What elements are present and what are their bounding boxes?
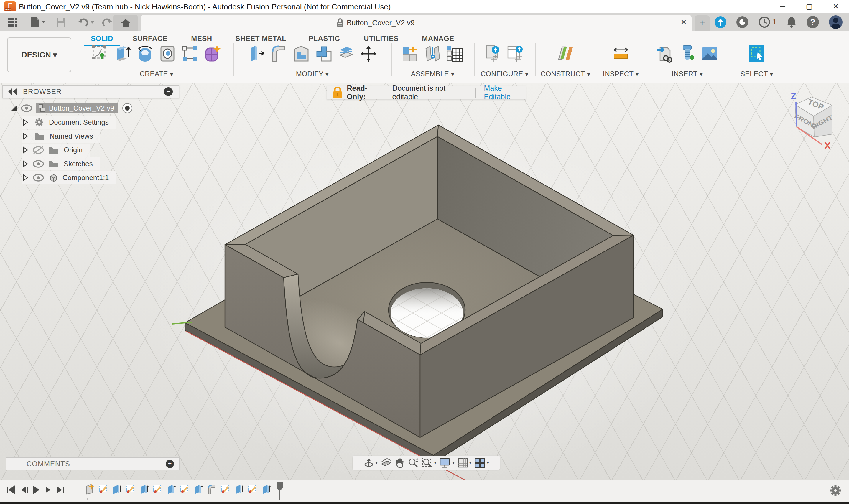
create-form-icon[interactable] <box>203 44 222 63</box>
timeline-fillet[interactable] <box>207 483 216 495</box>
collapsed-triangle-icon[interactable] <box>22 119 28 126</box>
select-group-dropdown[interactable]: SELECT ▾ <box>729 70 785 78</box>
timeline-sketch[interactable] <box>220 483 230 495</box>
timeline-sketch[interactable] <box>248 483 257 495</box>
hidden-eye-icon[interactable] <box>32 146 44 154</box>
maximize-button[interactable]: ▢ <box>796 0 823 13</box>
app-grid-menu-icon[interactable] <box>8 17 18 27</box>
viewport-canvas[interactable]: BROWSER − Button_Cover_V2 v9 Document Se… <box>0 84 849 480</box>
upload-sync-icon[interactable] <box>715 16 726 28</box>
bom-table-icon[interactable] <box>446 44 464 63</box>
activate-radio[interactable] <box>122 103 132 113</box>
fit-icon[interactable]: ▾ <box>422 457 437 468</box>
new-component-icon[interactable] <box>401 44 419 63</box>
go-to-start-icon[interactable] <box>6 485 15 494</box>
timeline-extrude[interactable] <box>193 483 203 495</box>
extensions-icon[interactable] <box>736 16 748 28</box>
visibility-eye-icon[interactable] <box>32 160 44 168</box>
step-back-icon[interactable] <box>19 485 28 494</box>
timeline-sketch[interactable] <box>180 483 189 495</box>
press-pull-icon[interactable] <box>247 44 266 63</box>
browser-item-component1[interactable]: Component1:1 <box>22 171 116 184</box>
insert-group-dropdown[interactable]: INSERT ▾ <box>646 70 729 78</box>
visibility-eye-icon[interactable] <box>32 174 44 182</box>
document-tab[interactable]: Button_Cover_V2 v9 ✕ <box>141 15 691 31</box>
insert-fastener-icon[interactable] <box>678 44 697 63</box>
collapsed-triangle-icon[interactable] <box>22 174 28 181</box>
job-status[interactable]: 1 <box>758 16 776 28</box>
look-at-icon[interactable] <box>381 457 392 468</box>
minimize-button[interactable]: ─ <box>770 0 796 13</box>
add-comment-icon[interactable]: + <box>166 460 174 468</box>
configure-group-dropdown[interactable]: CONFIGURE ▾ <box>474 70 535 78</box>
home-tab[interactable] <box>113 15 138 31</box>
comments-bar[interactable]: COMMENTS + <box>6 457 180 470</box>
chevron-down-icon[interactable]: ▾ <box>452 460 455 465</box>
measure-icon[interactable] <box>612 44 630 63</box>
split-body-icon[interactable] <box>337 44 355 63</box>
canvas-image-icon[interactable] <box>701 44 719 63</box>
inspect-group-dropdown[interactable]: INSPECT ▾ <box>596 70 646 78</box>
timeline-sketch[interactable] <box>98 483 108 495</box>
shell-icon[interactable] <box>292 44 310 63</box>
collapsed-triangle-icon[interactable] <box>22 146 28 154</box>
chevron-down-icon[interactable]: ▾ <box>375 460 378 465</box>
save-icon[interactable] <box>56 17 66 27</box>
create-group-dropdown[interactable]: CREATE ▾ <box>79 70 234 78</box>
revolve-icon[interactable] <box>136 44 155 63</box>
expanded-triangle-icon[interactable] <box>11 105 17 111</box>
collapse-panel-icon[interactable] <box>7 88 18 95</box>
orbit-icon[interactable]: ▾ <box>363 457 378 468</box>
browser-item-sketches[interactable]: Sketches <box>22 157 100 170</box>
timeline-sketch[interactable] <box>126 483 135 495</box>
grid-settings-icon[interactable]: ▾ <box>457 457 472 468</box>
browser-root-label[interactable]: Button_Cover_V2 v9 <box>36 103 118 113</box>
play-icon[interactable] <box>32 485 40 494</box>
undo-icon[interactable] <box>77 17 94 27</box>
visibility-eye-icon[interactable] <box>21 104 32 112</box>
avatar[interactable] <box>829 15 843 29</box>
zoom-icon[interactable] <box>408 457 419 468</box>
timeline-extrude[interactable] <box>112 483 122 495</box>
browser-root-row[interactable]: Button_Cover_V2 v9 <box>11 102 132 115</box>
close-button[interactable]: ✕ <box>823 0 849 13</box>
modify-group-dropdown[interactable]: MODIFY ▾ <box>234 70 391 78</box>
timeline-new-component[interactable] <box>85 483 94 495</box>
panel-minus-icon[interactable]: − <box>164 87 173 96</box>
assemble-group-dropdown[interactable]: ASSEMBLE ▾ <box>391 70 474 78</box>
browser-item-named-views[interactable]: Named Views <box>22 130 100 143</box>
timeline-extrude[interactable] <box>261 483 271 495</box>
go-to-end-icon[interactable] <box>57 485 65 494</box>
pan-icon[interactable] <box>395 457 405 468</box>
configure-icon[interactable] <box>484 44 503 63</box>
help-icon[interactable]: ? <box>807 16 819 28</box>
make-editable-link[interactable]: Make Editable <box>484 84 526 101</box>
hole-icon[interactable] <box>159 44 177 63</box>
extrude-icon[interactable] <box>114 44 132 63</box>
insert-derive-icon[interactable] <box>656 44 674 63</box>
configuration-table-icon[interactable] <box>507 44 525 63</box>
model-button-cover[interactable] <box>0 84 849 480</box>
browser-item-document-settings[interactable]: Document Settings <box>22 116 116 129</box>
move-icon[interactable] <box>359 44 378 63</box>
close-document-icon[interactable]: ✕ <box>680 18 687 27</box>
select-icon[interactable] <box>747 44 766 63</box>
viewports-icon[interactable]: ▾ <box>474 457 489 468</box>
timeline-settings-gear-icon[interactable] <box>830 485 841 496</box>
display-settings-icon[interactable]: ▾ <box>439 457 455 468</box>
construct-plane-icon[interactable] <box>556 44 575 63</box>
fillet-icon[interactable] <box>270 44 288 63</box>
file-menu-icon[interactable] <box>30 17 46 28</box>
collapsed-triangle-icon[interactable] <box>22 160 28 167</box>
notifications-bell-icon[interactable] <box>787 17 796 28</box>
step-forward-icon[interactable] <box>45 486 52 494</box>
combine-icon[interactable] <box>314 44 333 63</box>
timeline-sketch[interactable] <box>153 483 162 495</box>
new-tab-button[interactable]: + <box>694 15 710 31</box>
create-sketch-icon[interactable] <box>91 44 110 63</box>
timeline-extrude[interactable] <box>234 483 243 495</box>
browser-panel-header[interactable]: BROWSER − <box>2 85 179 98</box>
timeline-extrude[interactable] <box>166 483 176 495</box>
browser-item-origin[interactable]: Origin <box>22 144 90 157</box>
pattern-icon[interactable] <box>181 44 199 63</box>
